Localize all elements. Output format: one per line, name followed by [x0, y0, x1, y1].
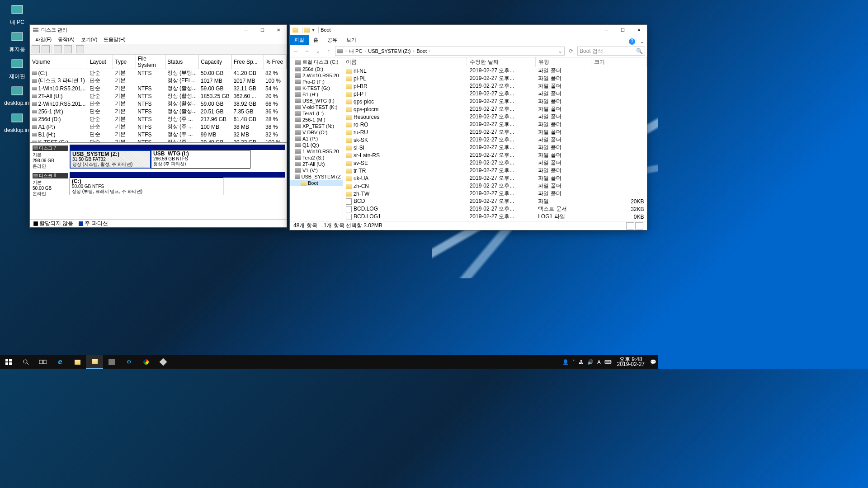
tree-item[interactable]: 로컬 디스크 (C:): [290, 58, 343, 66]
volume-row[interactable]: A1 (P:)단순기본NTFS정상 (주 ...100 MB38 MB38 %: [30, 123, 287, 131]
file-row[interactable]: sv-SE2019-02-27 오후...파일 폴더: [343, 159, 647, 167]
desktop-icon-2[interactable]: 제어판: [4, 57, 31, 80]
search-input[interactable]: Boot 검색 🔍: [577, 47, 645, 56]
nav-forward-button[interactable]: →: [302, 47, 311, 56]
tree-item[interactable]: A1 (P:): [290, 136, 343, 142]
volume-row[interactable]: 1-Win10.RS5.201...단순기본NTFS정상 (활성...59.00…: [30, 84, 287, 92]
file-row[interactable]: qps-ploc2019-02-27 오후...파일 폴더: [343, 98, 647, 105]
ime-indicator[interactable]: A: [595, 359, 602, 365]
menu-item[interactable]: 동작(A): [55, 35, 77, 44]
qa-dropdown-icon[interactable]: ▾: [310, 27, 316, 33]
network-icon[interactable]: 🖧: [577, 359, 585, 365]
column-header[interactable]: Layout: [88, 55, 113, 69]
column-header[interactable]: 유형: [535, 57, 591, 67]
tree-item-selected[interactable]: Boot: [290, 180, 343, 186]
column-header[interactable]: 수정한 날짜: [467, 57, 536, 67]
file-row[interactable]: BCD.LOG12019-02-27 오후...LOG1 파일0KB: [343, 213, 647, 221]
tree-item[interactable]: 256d (D:): [290, 66, 343, 72]
disk-graphic-panel[interactable]: 디스크 7기본298.09 GB온라인USB_SYSTEM (Z:)31.50 …: [30, 142, 287, 219]
task-view-button[interactable]: [34, 355, 52, 369]
app-button-2[interactable]: [137, 355, 155, 369]
partition[interactable]: USB_WTG (I:)266.59 GB NTFS정상 (주 파티션): [151, 150, 250, 169]
file-row[interactable]: uk-UA2019-02-27 오후...파일 폴더: [343, 174, 647, 182]
tree-item[interactable]: Tera2 (S:): [290, 155, 343, 161]
nav-tree[interactable]: 로컬 디스크 (C:)256d (D:)2-Win10.RS5.20Pro-D …: [290, 57, 343, 221]
tree-item[interactable]: Pro-D (F:): [290, 79, 343, 85]
file-row[interactable]: zh-TW2019-02-27 오후...파일 폴더: [343, 190, 647, 197]
ribbon-tab-파일[interactable]: 파일: [290, 35, 309, 45]
volume-row[interactable]: 256d (D:)단순기본NTFS정상 (주 ...217.96 GB61.48…: [30, 115, 287, 123]
partition[interactable]: USB_SYSTEM (Z:)31.50 GB FAT32정상 (시스템, 활성…: [70, 150, 151, 169]
breadcrumb-segment[interactable]: 내 PC: [349, 48, 362, 55]
address-dropdown-icon[interactable]: ⌄: [558, 48, 562, 54]
breadcrumb-segment[interactable]: Boot: [416, 48, 427, 54]
column-header[interactable]: 크기: [591, 57, 646, 67]
column-header[interactable]: Type: [113, 55, 136, 69]
ime-icon[interactable]: ⌨: [603, 359, 613, 365]
file-row[interactable]: zh-CN2019-02-27 오후...파일 폴더: [343, 182, 647, 190]
desktop-icon-3[interactable]: desktop.ini: [4, 84, 31, 106]
column-header[interactable]: Free Sp...: [231, 55, 264, 69]
breadcrumb[interactable]: ›내 PC›USB_SYSTEM (Z:)›Boot›⌄: [335, 47, 565, 56]
clock[interactable]: 오후 9:48 2019-02-27: [613, 357, 648, 367]
volume-row[interactable]: B1 (H:)단순기본NTFS정상 (주 ...99 MB32 MB32 %: [30, 131, 287, 138]
explorer-button[interactable]: [69, 355, 86, 369]
volume-row[interactable]: 2-Win10.RS5.201...단순기본NTFS정상 (활성...59.00…: [30, 100, 287, 108]
column-header[interactable]: Capacity: [199, 55, 232, 69]
volume-row[interactable]: 2T-All (U:)단순기본NTFS정상 (활성...1853.25 GB36…: [30, 92, 287, 100]
disk-row[interactable]: 디스크 7기본298.09 GB온라인USB_SYSTEM (Z:)31.50 …: [32, 145, 285, 170]
file-row[interactable]: sl-SI2019-02-27 오후...파일 폴더: [343, 144, 647, 151]
desktop-icon-1[interactable]: 휴지통: [4, 30, 31, 53]
properties-button[interactable]: [64, 45, 72, 53]
refresh-button[interactable]: ⟳: [566, 47, 576, 56]
tree-item[interactable]: Q1 (Q:): [290, 142, 343, 148]
file-row[interactable]: qps-plocm2019-02-27 오후...파일 폴더: [343, 105, 647, 113]
column-header[interactable]: Volume: [30, 55, 88, 69]
titlebar[interactable]: 디스크 관리 ─ ☐ ✕: [30, 25, 287, 35]
tree-item[interactable]: V-DRV (O:): [290, 129, 343, 136]
column-header[interactable]: % Free: [264, 55, 287, 69]
column-header[interactable]: File System: [136, 55, 165, 69]
titlebar[interactable]: ▾ Boot ─ ☐ ✕: [290, 25, 647, 35]
partition[interactable]: (C:)50.00 GB NTFS정상 (부팅, 크래시 덤프, 주 파티션): [70, 178, 223, 195]
column-header[interactable]: 이름: [343, 57, 467, 67]
search-button[interactable]: [17, 355, 34, 369]
volume-icon[interactable]: 🔊: [585, 359, 595, 365]
file-row[interactable]: ro-RO2019-02-27 오후...파일 폴더: [343, 121, 647, 128]
ribbon-tab-보기[interactable]: 보기: [342, 35, 361, 45]
ie-button[interactable]: e: [52, 355, 69, 369]
tree-item[interactable]: 2-Win10.RS5.20: [290, 72, 343, 79]
tree-item[interactable]: V-old-TEST (K:): [290, 104, 343, 110]
desktop-icon-4[interactable]: desktop.ini: [4, 111, 31, 133]
explorer-active-button[interactable]: [86, 355, 103, 369]
file-row[interactable]: tr-TR2019-02-27 오후...파일 폴더: [343, 167, 647, 174]
file-row[interactable]: pl-PL2019-02-27 오후...파일 폴더: [343, 75, 647, 82]
file-row[interactable]: nl-NL2019-02-27 오후...파일 폴더: [343, 67, 647, 75]
file-row[interactable]: sr-Latn-RS2019-02-27 오후...파일 폴더: [343, 151, 647, 159]
tree-item[interactable]: USB_WTG (I:): [290, 98, 343, 104]
tree-item[interactable]: 256-1 (M:): [290, 117, 343, 123]
help-button[interactable]: [76, 45, 84, 53]
minimize-button[interactable]: ─: [238, 25, 254, 35]
tree-item[interactable]: USB_SYSTEM (Z: [290, 174, 343, 180]
close-button[interactable]: ✕: [631, 25, 647, 35]
desktop-icon-0[interactable]: 내 PC: [4, 3, 31, 26]
volume-row[interactable]: 256-1 (M:)단순기본NTFS정상 (활성...20.51 GB7.35 …: [30, 108, 287, 115]
maximize-button[interactable]: ☐: [614, 25, 631, 35]
tree-item[interactable]: Tera1 (L:): [290, 110, 343, 117]
menu-item[interactable]: 도움말(H): [101, 35, 128, 44]
view-details-button[interactable]: [626, 222, 634, 230]
maximize-button[interactable]: ☐: [254, 25, 270, 35]
file-row[interactable]: pt-BR2019-02-27 오후...파일 폴더: [343, 82, 647, 90]
tray-overflow-icon[interactable]: ˄: [571, 359, 577, 365]
tree-item[interactable]: V1 (V:): [290, 167, 343, 174]
tree-item[interactable]: B1 (H:): [290, 91, 343, 98]
file-row[interactable]: Resources2019-02-27 오후...파일 폴더: [343, 113, 647, 121]
volume-list[interactable]: VolumeLayoutTypeFile SystemStatusCapacit…: [30, 55, 287, 142]
nav-up-button[interactable]: ↑: [324, 47, 333, 56]
volume-row[interactable]: (C:)단순기본NTFS정상 (부팅...50.00 GB41.20 GB82 …: [30, 69, 287, 77]
app-button-1[interactable]: [103, 355, 120, 369]
column-header[interactable]: Status: [165, 55, 199, 69]
menu-item[interactable]: 파일(F): [33, 35, 54, 44]
start-button[interactable]: [0, 355, 17, 369]
